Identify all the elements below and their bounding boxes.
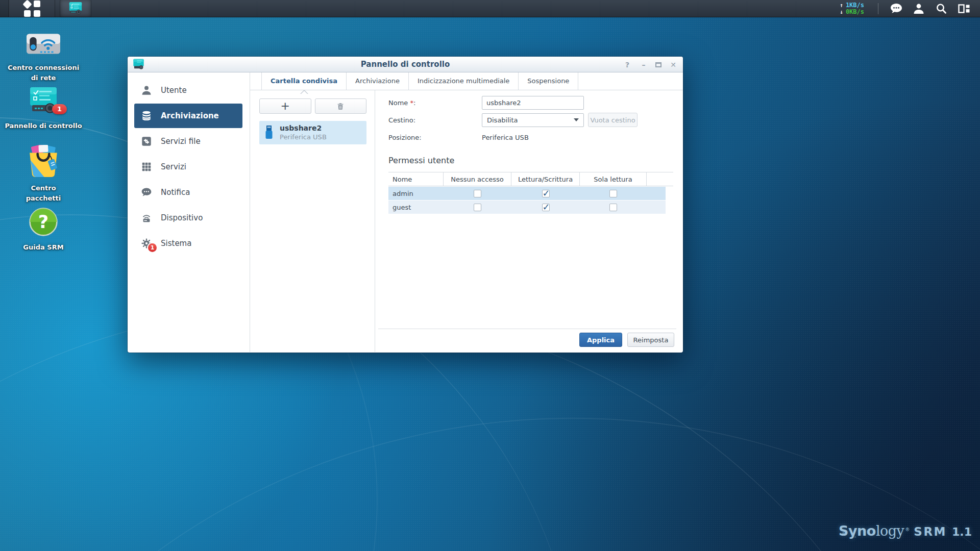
desktop-icon-package-center[interactable]: Centro pacchetti [4, 145, 83, 203]
window-icon [132, 59, 145, 70]
taskbar-separator [878, 3, 878, 14]
sidebar-item-label: Servizi file [161, 137, 201, 146]
column-header-sola-lettura[interactable]: Sola lettura [580, 172, 647, 186]
permissions-title: Permessi utente [388, 156, 674, 165]
chevron-down-icon [574, 118, 579, 121]
checkbox-guest-read-only[interactable] [609, 204, 617, 211]
share-location: Periferica USB [280, 133, 327, 141]
main-menu-button[interactable] [9, 0, 55, 17]
search-button[interactable] [933, 0, 950, 17]
sidebar-item-label: Servizi [161, 162, 186, 171]
help-icon: ? [29, 207, 58, 237]
network-traffic-monitor[interactable]: ↑1KB/s ↓0KB/s [840, 2, 864, 15]
trash-icon [336, 102, 345, 111]
recycle-selected-value: Disabilita [487, 116, 518, 124]
notifications-button[interactable] [888, 0, 905, 17]
plus-icon: + [281, 101, 290, 111]
widgets-button[interactable] [955, 0, 972, 17]
user-icon [140, 84, 153, 96]
name-label: Nome *: [388, 99, 482, 107]
tab-bar: Cartella condivisa Archiviazione Indiciz… [250, 72, 683, 90]
download-arrow-icon: ↓ [840, 9, 843, 15]
desktop-icon-network-center[interactable]: Centro connessioni di rete [4, 30, 83, 83]
share-list-panel: + [250, 90, 375, 352]
column-header-lettura-scrittura[interactable]: Lettura/Scrittura [511, 172, 580, 186]
main-menu-icon [23, 0, 41, 17]
desktop-icon-control-panel[interactable]: 1 Pannello di controllo [4, 86, 83, 131]
apply-button[interactable]: Applica [579, 333, 622, 347]
sidebar-item-label: Utente [161, 86, 187, 95]
checkbox-guest-no-access[interactable] [474, 204, 481, 211]
tab-sospensione[interactable]: Sospensione [519, 72, 578, 90]
desktop-icon-label: Centro pacchetti [20, 183, 67, 203]
help-button[interactable]: ? [623, 61, 632, 69]
sidebar-item-servizi-file[interactable]: Servizi file [128, 129, 250, 154]
maximize-button[interactable] [655, 62, 662, 67]
tab-cartella-condivisa[interactable]: Cartella condivisa [261, 72, 347, 90]
desktop-icon-label: Centro connessioni di rete [4, 63, 83, 83]
checkbox-guest-read-write[interactable] [542, 204, 550, 211]
checkbox-admin-read-write[interactable] [542, 190, 550, 197]
location-value: Periferica USB [482, 134, 529, 141]
sidebar-item-servizi[interactable]: Servizi [128, 154, 250, 180]
location-label: Posizione: [388, 134, 482, 141]
table-row-guest[interactable]: guest [388, 201, 666, 214]
services-icon [140, 161, 153, 173]
desktop-icon-label: Pannello di controllo [4, 121, 83, 131]
sidebar-item-label: Sistema [161, 239, 191, 248]
download-speed: 0KB/s [846, 9, 864, 15]
show-desktop-button[interactable] [0, 0, 9, 17]
package-center-icon [27, 145, 60, 178]
sidebar-item-archiviazione[interactable]: Archiviazione [134, 104, 242, 128]
reset-button[interactable]: Reimposta [627, 333, 674, 347]
tab-indicizzazione-multimediale[interactable]: Indicizzazione multimediale [409, 72, 519, 90]
sidebar-item-notifica[interactable]: Notifica [128, 180, 250, 205]
usb-device-icon [264, 126, 274, 140]
notification-badge: 1 [52, 104, 67, 114]
product-text: SRM [914, 525, 947, 538]
search-icon [935, 3, 947, 15]
taskbar-control-panel-button[interactable] [60, 0, 91, 17]
minimize-button[interactable]: – [639, 61, 648, 69]
sidebar-item-label: Archiviazione [161, 111, 219, 120]
delete-share-button[interactable] [315, 98, 367, 114]
column-header-nessun-accesso[interactable]: Nessun accesso [444, 172, 511, 186]
share-list-item-usbshare2[interactable]: usbshare2 Periferica USB [259, 121, 366, 144]
widgets-icon [958, 3, 970, 15]
sidebar-item-label: Dispositivo [161, 213, 203, 222]
system-gear-icon: 1 [140, 237, 153, 249]
permission-user-name: admin [388, 187, 444, 200]
network-center-icon [26, 30, 61, 57]
sidebar-item-dispositivo[interactable]: Dispositivo [128, 205, 250, 231]
share-name-input[interactable] [482, 96, 584, 110]
sidebar-item-utente[interactable]: Utente [128, 78, 250, 103]
close-button[interactable]: ✕ [669, 61, 678, 69]
recycle-bin-select[interactable]: Disabilita [482, 113, 584, 127]
sidebar-item-sistema[interactable]: 1 Sistema [128, 231, 250, 256]
window-titlebar[interactable]: Pannello di controllo ? – ✕ [128, 57, 683, 72]
header-scrollbar-spacer [647, 172, 673, 186]
upload-arrow-icon: ↑ [840, 3, 843, 8]
empty-recycle-button[interactable]: Vuota cestino [588, 113, 638, 127]
chat-bubble-icon [890, 3, 903, 15]
desktop-icon-srm-help[interactable]: ? Guida SRM [4, 207, 83, 253]
add-share-button[interactable]: + [259, 98, 311, 114]
svg-text:?: ? [38, 211, 48, 232]
synology-srm-logo: Synology® SRM 1.1 [839, 523, 972, 539]
tab-archiviazione[interactable]: Archiviazione [347, 72, 409, 90]
table-row-admin[interactable]: admin [388, 187, 666, 200]
user-icon [913, 3, 925, 15]
permissions-table-header: Nome Nessun accesso Lettura/Scrittura So… [388, 172, 673, 186]
control-panel-window: Pannello di controllo ? – ✕ Utente [128, 57, 683, 353]
column-header-nome[interactable]: Nome [388, 172, 444, 186]
device-icon [140, 212, 153, 224]
brand-text: Syno [839, 523, 876, 539]
notification-icon [140, 186, 153, 198]
share-name: usbshare2 [280, 124, 327, 133]
desktop-icon-label: Guida SRM [4, 242, 83, 253]
user-options-button[interactable] [910, 0, 927, 17]
checkbox-admin-read-only[interactable] [609, 190, 617, 197]
file-services-icon [140, 135, 153, 147]
control-panel-icon [68, 2, 83, 15]
checkbox-admin-no-access[interactable] [474, 190, 481, 197]
